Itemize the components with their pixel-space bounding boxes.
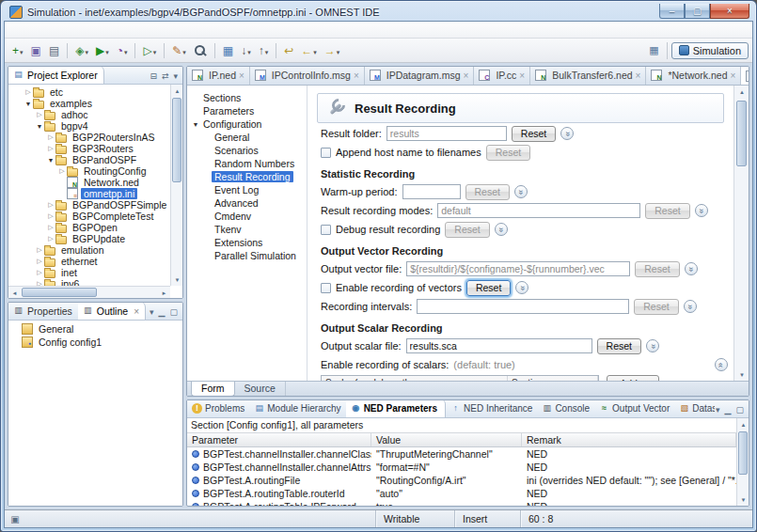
view-tab[interactable]: Module Hierarchy	[249, 400, 345, 417]
expander-icon[interactable]	[191, 121, 200, 128]
parameter-row[interactable]: BGPTest.channelInstaller.channelClass "T…	[187, 447, 736, 461]
editor-tab[interactable]: IP.ned	[187, 67, 250, 85]
result-folder-expand-icon[interactable]	[560, 127, 574, 140]
debug-recording-reset-button[interactable]: Reset	[445, 222, 489, 238]
form-tab[interactable]: Form	[191, 382, 235, 397]
dropdown-arrow-icon[interactable]	[152, 45, 157, 56]
menu-item[interactable]	[87, 28, 101, 32]
expander-icon[interactable]	[35, 246, 44, 254]
expander-icon[interactable]	[24, 88, 33, 96]
scroll-down-icon[interactable]: ▼	[171, 274, 182, 286]
ini-page-item[interactable]: Tkenv	[187, 223, 307, 236]
profile-button[interactable]: ◔	[113, 41, 132, 60]
scalar-file-input[interactable]	[406, 338, 592, 353]
expander-icon[interactable]	[46, 201, 55, 209]
scrollbar-thumb[interactable]	[736, 101, 747, 166]
title-bar[interactable]: Simulation - inet/examples/bgpv4/BGPandO…	[4, 1, 753, 21]
append-host-checkbox[interactable]	[321, 148, 331, 158]
expander-icon[interactable]	[46, 145, 55, 152]
recording-modes-expand-icon[interactable]	[695, 204, 708, 217]
expander-icon[interactable]	[46, 235, 55, 243]
menu-item[interactable]	[22, 28, 35, 32]
section-column-header[interactable]: Section	[508, 376, 598, 381]
result-folder-reset-button[interactable]: Reset	[512, 126, 556, 142]
editor-tab[interactable]: omnetpp.ini	[741, 67, 749, 85]
expander-icon[interactable]	[35, 258, 44, 265]
ini-page-item[interactable]: Cmdenv	[187, 210, 307, 223]
append-host-reset-button[interactable]: Reset	[486, 145, 530, 161]
ini-page-item[interactable]: Result Recording	[187, 170, 307, 183]
ini-page-item[interactable]: Extensions	[187, 236, 307, 249]
expander-icon[interactable]	[24, 101, 33, 107]
dropdown-arrow-icon[interactable]	[104, 45, 109, 56]
warmup-input[interactable]	[402, 184, 461, 199]
tree-item[interactable]: BGP3Routers	[8, 143, 170, 154]
new-wizard-button[interactable]: ✎	[168, 41, 190, 60]
status-trim-icon[interactable]: ▣	[5, 514, 25, 524]
scrollbar-thumb[interactable]	[738, 431, 748, 475]
expander-icon[interactable]	[46, 133, 55, 141]
enable-vectors-expand-icon[interactable]	[515, 281, 528, 294]
view-tab[interactable]: Problems	[187, 400, 249, 417]
horizontal-scrollbar[interactable]: ◄ ►	[8, 286, 170, 298]
outline-item[interactable]: General	[8, 322, 170, 336]
tree-item[interactable]: examples	[8, 98, 170, 109]
parameter-column-header[interactable]: Parameter	[187, 433, 371, 446]
editor-tab[interactable]: IPControlInfo.msg	[250, 67, 365, 85]
tree-item[interactable]: ethernet	[8, 256, 170, 267]
tree-item[interactable]: adhoc	[8, 109, 170, 120]
expander-icon[interactable]	[35, 269, 44, 276]
tree-item[interactable]: BGPCompleteTest	[8, 211, 170, 222]
forward-button[interactable]: →	[321, 41, 344, 60]
remark-column-header[interactable]: Remark	[522, 433, 736, 446]
scalar-file-reset-button[interactable]: Reset	[597, 338, 641, 354]
minimize-view-icon[interactable]	[724, 405, 733, 415]
ini-page-item[interactable]: Parameters	[187, 104, 307, 117]
link-with-editor-icon[interactable]	[161, 71, 170, 81]
menu-item[interactable]	[8, 28, 22, 32]
expander-icon[interactable]	[46, 212, 55, 220]
close-tab-icon[interactable]	[636, 70, 641, 81]
vertical-scrollbar[interactable]: ▲ ▼	[170, 85, 182, 286]
dropdown-arrow-icon[interactable]	[181, 45, 186, 56]
view-tab[interactable]: NED Inheritance	[446, 400, 537, 417]
tree-item[interactable]: BGPOpen	[8, 222, 170, 233]
view-menu-icon[interactable]	[715, 405, 721, 415]
parameter-row[interactable]: BGPTest.channelInstaller.channelAttrs "f…	[187, 461, 736, 474]
tree-item[interactable]: etc	[8, 86, 170, 98]
tree-item[interactable]: RoutingConfig	[8, 165, 170, 177]
scrollbar-thumb[interactable]	[172, 98, 181, 182]
dropdown-arrow-icon[interactable]	[336, 45, 340, 56]
view-tab[interactable]: Outline	[78, 302, 146, 320]
editor-tab[interactable]: *Network.ned	[646, 67, 741, 85]
tree-item[interactable]: ipv6	[8, 278, 170, 286]
debug-button[interactable]: ◈	[71, 41, 92, 60]
save-button[interactable]: ▣	[27, 41, 45, 60]
expander-icon[interactable]	[46, 157, 55, 164]
back-button[interactable]: ←	[297, 41, 321, 60]
vector-file-expand-icon[interactable]	[685, 262, 698, 275]
scroll-right-icon[interactable]: ►	[158, 287, 170, 298]
ini-page-item[interactable]: Event Log	[187, 183, 307, 196]
ini-page-item[interactable]: Sections	[187, 91, 307, 104]
recording-intervals-input[interactable]	[417, 299, 629, 314]
expander-icon[interactable]	[57, 167, 67, 175]
close-tab-icon[interactable]	[464, 70, 469, 81]
editor-tab[interactable]: IP.cc	[474, 67, 530, 85]
source-tab[interactable]: Source	[235, 382, 286, 396]
close-view-icon[interactable]	[132, 305, 139, 317]
close-tab-icon[interactable]	[730, 70, 735, 81]
scroll-down-icon[interactable]: ▼	[734, 368, 749, 381]
expander-icon[interactable]	[35, 123, 44, 130]
scrollbar-thumb[interactable]	[22, 288, 97, 297]
vector-file-input[interactable]	[406, 261, 630, 276]
view-tab[interactable]: Properties	[8, 302, 78, 320]
ini-page-item[interactable]: Random Numbers	[187, 157, 307, 170]
value-column-header[interactable]: Value	[371, 433, 522, 446]
recording-modes-input[interactable]	[437, 203, 640, 218]
prev-annotation-button[interactable]: ↑	[255, 41, 273, 60]
menu-item[interactable]	[61, 28, 74, 32]
view-tab[interactable]: Dataset	[674, 400, 715, 417]
debug-recording-checkbox[interactable]	[321, 225, 331, 235]
scroll-down-icon[interactable]: ▼	[737, 493, 749, 506]
